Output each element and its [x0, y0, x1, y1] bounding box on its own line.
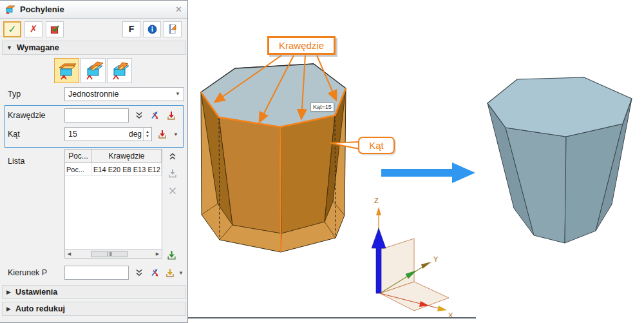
scrollbar-track[interactable]: [73, 250, 153, 258]
check-icon: ✓: [8, 23, 16, 35]
ok-button[interactable]: ✓: [3, 21, 21, 37]
draft-type-face-icon: [83, 61, 104, 81]
edges-input[interactable]: [64, 108, 129, 122]
apply-icon: [50, 24, 60, 34]
draft-model-after[interactable]: [488, 77, 632, 243]
add-to-list-button[interactable]: [165, 248, 178, 261]
section-required[interactable]: ▼ Wymagane: [2, 41, 186, 55]
swap-direction-button[interactable]: [148, 109, 161, 122]
typ-dropdown[interactable]: Jednostronnie ▼: [64, 87, 184, 101]
import-tray-icon: [167, 168, 178, 179]
typ-value: Jednostronnie: [68, 88, 175, 101]
lista-label: Lista: [8, 154, 24, 168]
viewport-bottom-border: [188, 317, 476, 318]
delete-x-icon: [168, 186, 177, 195]
section-autoreduce-label: Auto redukuj: [15, 304, 65, 313]
table-row[interactable]: Poc... E14 E20 E8 E13 E12: [65, 163, 162, 176]
scene-canvas: [188, 0, 644, 323]
y-axis-label: Y: [433, 255, 438, 263]
swap-arrows-icon: [149, 110, 160, 121]
direction-input[interactable]: [64, 266, 129, 280]
red-download-icon: [166, 110, 176, 121]
transition-arrow: [381, 162, 475, 183]
typ-label: Typ: [8, 87, 21, 101]
edges-label: Krawędzie: [8, 108, 45, 122]
table-horizontal-scrollbar[interactable]: ◀ ▶: [65, 249, 162, 258]
section-required-label: Wymagane: [17, 43, 59, 52]
green-download-icon: [166, 250, 177, 260]
section-settings[interactable]: ▶ Ustawienia: [2, 285, 186, 299]
apply-button[interactable]: [46, 21, 64, 37]
3d-viewport[interactable]: Krawędzie Kąt=15 Kąt Z Y X: [188, 0, 644, 323]
angle-unit: deg: [129, 128, 143, 141]
angle-label: Kąt: [8, 127, 20, 141]
section-autoreduce[interactable]: ▶ Auto redukuj: [2, 302, 186, 316]
edges-pick-from-list-button[interactable]: [165, 109, 178, 122]
table-cell-poc[interactable]: Poc...: [65, 163, 92, 175]
table-header-krawedzie[interactable]: Krawędzie: [92, 150, 162, 162]
angle-pick-button[interactable]: [156, 128, 169, 141]
import-list-button[interactable]: [166, 167, 179, 180]
scroll-right-icon[interactable]: ▶: [153, 251, 162, 257]
angle-input[interactable]: 15 deg ▲ ▼: [64, 127, 152, 141]
draft-dialog: Pochylenie ✕ ✓ ✗ F: [0, 0, 188, 323]
draft-type-selector: [54, 58, 132, 83]
filter-button[interactable]: F: [122, 21, 140, 37]
chevron-down-icon: ▼: [173, 132, 178, 137]
chevron-double-down-icon: [135, 268, 144, 277]
z-axis-label: Z: [374, 197, 379, 204]
angle-value: 15: [65, 128, 129, 141]
angle-options-button[interactable]: ▼: [171, 128, 180, 141]
direction-options-button[interactable]: ▼: [176, 266, 185, 279]
dialog-titlebar[interactable]: Pochylenie ✕: [0, 1, 187, 19]
draft-feature-icon: [5, 5, 16, 14]
angle-callout-label: Kąt: [369, 140, 384, 151]
draft-type-parting-icon: [109, 61, 130, 81]
draft-model-before[interactable]: [201, 64, 346, 252]
cross-icon: ✗: [30, 23, 38, 35]
chevron-down-icon: ▼: [178, 270, 184, 276]
spinner-up-icon[interactable]: ▲: [146, 130, 149, 134]
close-icon[interactable]: ✕: [175, 5, 182, 14]
angle-callout: Kąt: [358, 137, 395, 154]
filter-label: F: [129, 24, 135, 34]
table-cell-edges[interactable]: E14 E20 E8 E13 E12: [92, 163, 162, 175]
section-settings-label: Ustawienia: [15, 288, 57, 297]
cancel-button[interactable]: ✗: [24, 21, 43, 37]
edges-callout: Krawędzie: [267, 36, 336, 55]
triangle-right-icon: ▶: [6, 289, 11, 295]
expand-picker-button[interactable]: [133, 109, 146, 122]
edge-list-table[interactable]: Poc... Krawędzie Poc... E14 E20 E8 E13 E…: [64, 149, 162, 259]
flip-page-icon: [168, 24, 177, 34]
scroll-left-icon[interactable]: ◀: [65, 251, 73, 257]
delete-row-button[interactable]: [166, 184, 179, 197]
info-button[interactable]: [143, 21, 161, 37]
info-icon: [147, 24, 157, 34]
scrollbar-thumb[interactable]: [91, 251, 128, 257]
triangle-down-icon: ▼: [6, 44, 12, 51]
chevron-double-up-icon: [168, 152, 177, 161]
direction-swap-button[interactable]: [148, 266, 161, 279]
chevron-double-down-icon: [135, 111, 144, 120]
chevron-down-icon: ▼: [175, 88, 180, 101]
angle-spinner[interactable]: ▲ ▼: [143, 128, 151, 141]
direction-pick-button[interactable]: [164, 266, 176, 279]
dialog-toolbar: ✓ ✗ F: [0, 19, 187, 39]
table-header-poc[interactable]: Poc...: [65, 150, 92, 162]
triangle-right-icon: ▶: [6, 306, 11, 312]
draft-type-parting-button[interactable]: [107, 58, 132, 83]
spinner-down-icon[interactable]: ▼: [146, 134, 149, 139]
red-download-icon: [157, 129, 167, 139]
flip-button[interactable]: [164, 21, 182, 37]
edges-callout-label: Krawędzie: [279, 40, 324, 51]
swap-arrows-icon: [149, 268, 160, 278]
direction-expand-button[interactable]: [133, 266, 146, 279]
collapse-list-button[interactable]: [166, 150, 179, 163]
direction-label: Kierunek P: [8, 266, 47, 280]
angle-tooltip: Kąt=15: [310, 103, 334, 112]
angle-tooltip-text: Kąt=15: [313, 104, 332, 110]
yellow-download-icon: [165, 268, 175, 278]
draft-type-face-button[interactable]: [80, 58, 106, 83]
draft-type-edge-button[interactable]: [54, 58, 79, 83]
dialog-title: Pochylenie: [20, 5, 175, 14]
